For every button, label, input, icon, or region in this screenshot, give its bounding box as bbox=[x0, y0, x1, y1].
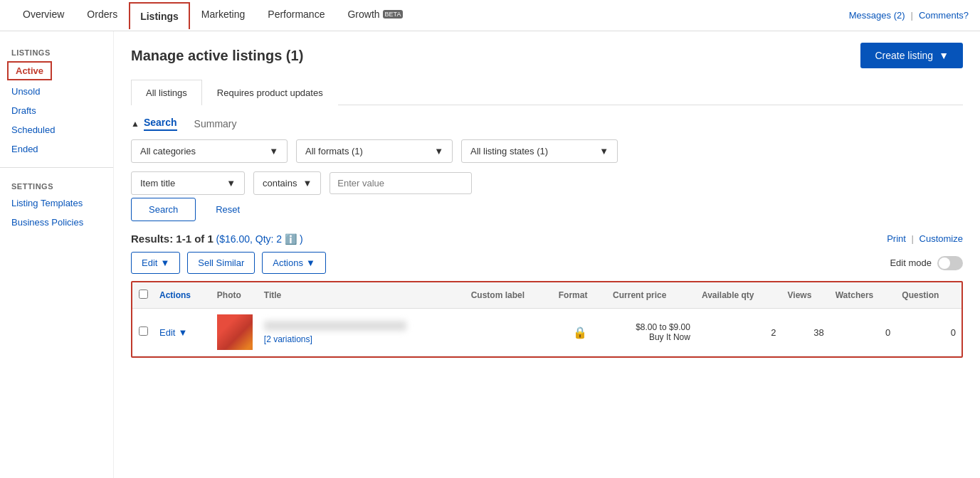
col-header-qty: Available qty bbox=[696, 282, 782, 309]
main-layout: LISTINGS Active Unsold Drafts Scheduled … bbox=[0, 31, 980, 478]
action-buttons-left: Edit ▼ Sell Similar Actions ▼ bbox=[131, 252, 326, 274]
settings-section-label: SETTINGS bbox=[0, 176, 113, 193]
reset-button[interactable]: Reset bbox=[204, 198, 251, 221]
col-header-format: Format bbox=[553, 282, 607, 309]
row-custom-label-cell bbox=[465, 309, 553, 356]
nav-right: Messages (2) | Comments? bbox=[849, 10, 969, 21]
search-filters: All categories ▼ All formats (1) ▼ All l… bbox=[131, 139, 963, 195]
row-edit-link[interactable]: Edit ▼ bbox=[159, 327, 206, 338]
nav-growth[interactable]: Growth BETA bbox=[336, 0, 414, 31]
edit-button[interactable]: Edit ▼ bbox=[131, 252, 180, 274]
row-checkbox-cell bbox=[132, 309, 154, 356]
beta-badge: BETA bbox=[383, 10, 404, 18]
row-watchers-cell: 0 bbox=[830, 309, 897, 356]
filter-field-label: Item title bbox=[140, 178, 175, 188]
tabs-bar: All listings Requires product updates bbox=[131, 80, 963, 105]
nav-performance[interactable]: Performance bbox=[256, 0, 336, 31]
row-photo-cell bbox=[211, 309, 258, 356]
toggle-knob bbox=[939, 257, 950, 269]
search-actions: Search Reset bbox=[131, 198, 963, 221]
formats-chevron-icon: ▼ bbox=[434, 146, 443, 156]
filter-row-dropdowns: All categories ▼ All formats (1) ▼ All l… bbox=[131, 139, 963, 163]
col-header-custom-label: Custom label bbox=[465, 282, 553, 309]
summary-tab-label[interactable]: Summary bbox=[194, 118, 237, 129]
nav-orders[interactable]: Orders bbox=[75, 0, 129, 31]
sidebar-item-ended[interactable]: Ended bbox=[0, 139, 113, 159]
filter-field-dropdown[interactable]: Item title ▼ bbox=[131, 171, 245, 195]
results-count: Results: 1-1 of 1 bbox=[131, 233, 214, 245]
filter-value-input[interactable] bbox=[330, 172, 472, 194]
nav-marketing[interactable]: Marketing bbox=[190, 0, 256, 31]
formats-dropdown[interactable]: All formats (1) ▼ bbox=[296, 139, 453, 163]
search-button[interactable]: Search bbox=[131, 198, 196, 221]
col-header-watchers: Watchers bbox=[830, 282, 897, 309]
tab-requires-updates[interactable]: Requires product updates bbox=[202, 80, 338, 105]
sidebar-item-scheduled[interactable]: Scheduled bbox=[0, 120, 113, 139]
search-tab-label[interactable]: Search bbox=[144, 117, 177, 131]
row-variations-link[interactable]: [2 variations] bbox=[264, 334, 312, 344]
filter-condition-chevron-icon: ▼ bbox=[302, 178, 312, 188]
col-header-photo: Photo bbox=[211, 282, 258, 309]
main-content: Manage active listings (1) Create listin… bbox=[114, 31, 980, 478]
col-header-title: Title bbox=[258, 282, 465, 309]
states-dropdown[interactable]: All listing states (1) ▼ bbox=[461, 139, 618, 163]
filter-condition-dropdown[interactable]: contains ▼ bbox=[253, 171, 321, 195]
results-info: Results: 1-1 of 1 ($16.00, Qty: 2 ℹ️ ) bbox=[131, 233, 303, 245]
col-header-actions: Actions bbox=[154, 282, 211, 309]
categories-dropdown[interactable]: All categories ▼ bbox=[131, 139, 288, 163]
filter-field-chevron-icon: ▼ bbox=[226, 178, 236, 188]
row-actions-cell: Edit ▼ bbox=[154, 309, 211, 356]
nav-listings[interactable]: Listings bbox=[129, 2, 190, 29]
select-all-checkbox[interactable] bbox=[139, 290, 148, 299]
sidebar-item-drafts[interactable]: Drafts bbox=[0, 101, 113, 120]
results-actions: Print | Customize bbox=[887, 233, 963, 244]
sidebar-item-listing-templates[interactable]: Listing Templates bbox=[0, 193, 113, 213]
top-navigation: Overview Orders Listings Marketing Perfo… bbox=[0, 0, 980, 31]
edit-mode-toggle[interactable] bbox=[937, 256, 963, 270]
action-buttons-row: Edit ▼ Sell Similar Actions ▼ Edit mode bbox=[131, 252, 963, 274]
sidebar-item-unsold[interactable]: Unsold bbox=[0, 82, 113, 101]
listings-table-wrapper: Actions Photo Title Custom label Format … bbox=[131, 281, 963, 358]
nav-overview[interactable]: Overview bbox=[11, 0, 75, 31]
sidebar-divider bbox=[0, 167, 113, 168]
edit-chevron-icon: ▼ bbox=[160, 257, 169, 268]
tab-all-listings[interactable]: All listings bbox=[131, 80, 202, 105]
states-label: All listing states (1) bbox=[470, 146, 548, 156]
info-icon: ℹ️ bbox=[285, 233, 300, 245]
comments-link[interactable]: Comments? bbox=[919, 10, 969, 21]
page-title: Manage active listings (1) bbox=[131, 48, 303, 64]
search-toggle[interactable]: ▲ Search bbox=[131, 117, 177, 131]
search-section: ▲ Search Summary All categories ▼ All fo… bbox=[131, 117, 963, 221]
product-image bbox=[217, 314, 253, 350]
sidebar-item-business-policies[interactable]: Business Policies bbox=[0, 213, 113, 232]
sell-similar-button[interactable]: Sell Similar bbox=[187, 252, 255, 274]
chevron-up-icon: ▲ bbox=[131, 119, 139, 129]
nav-items: Overview Orders Listings Marketing Perfo… bbox=[11, 0, 414, 31]
row-views-cell: 38 bbox=[782, 309, 830, 356]
row-checkbox[interactable] bbox=[139, 326, 148, 336]
filter-condition-label: contains bbox=[263, 178, 297, 188]
formats-label: All formats (1) bbox=[305, 146, 363, 156]
actions-button[interactable]: Actions ▼ bbox=[262, 252, 326, 274]
row-title-blurred bbox=[264, 321, 406, 331]
messages-link[interactable]: Messages (2) bbox=[849, 10, 905, 21]
sidebar: LISTINGS Active Unsold Drafts Scheduled … bbox=[0, 31, 114, 478]
row-questions-cell: 0 bbox=[896, 309, 961, 356]
search-section-header: ▲ Search Summary bbox=[131, 117, 963, 131]
categories-chevron-icon: ▼ bbox=[269, 146, 278, 156]
row-price-type: Buy It Now bbox=[613, 332, 690, 342]
sidebar-item-active[interactable]: Active bbox=[7, 61, 52, 80]
row-format-cell: 🔒 bbox=[553, 309, 607, 356]
edit-mode-label: Edit mode bbox=[890, 257, 932, 268]
row-qty-cell: 2 bbox=[696, 309, 782, 356]
row-price-cell: $8.00 to $9.00 Buy It Now bbox=[607, 309, 696, 356]
create-listing-button[interactable]: Create listing ▼ bbox=[860, 43, 963, 68]
listings-table: Actions Photo Title Custom label Format … bbox=[132, 282, 961, 356]
row-edit-chevron-icon: ▼ bbox=[178, 327, 187, 338]
print-link[interactable]: Print bbox=[887, 233, 906, 244]
lock-icon: 🔒 bbox=[559, 326, 601, 339]
page-header: Manage active listings (1) Create listin… bbox=[131, 43, 963, 68]
table-row: Edit ▼ [2 variations] bbox=[132, 309, 961, 356]
results-detail: ($16.00, Qty: 2 ℹ️ ) bbox=[216, 233, 303, 245]
customize-link[interactable]: Customize bbox=[920, 233, 963, 244]
